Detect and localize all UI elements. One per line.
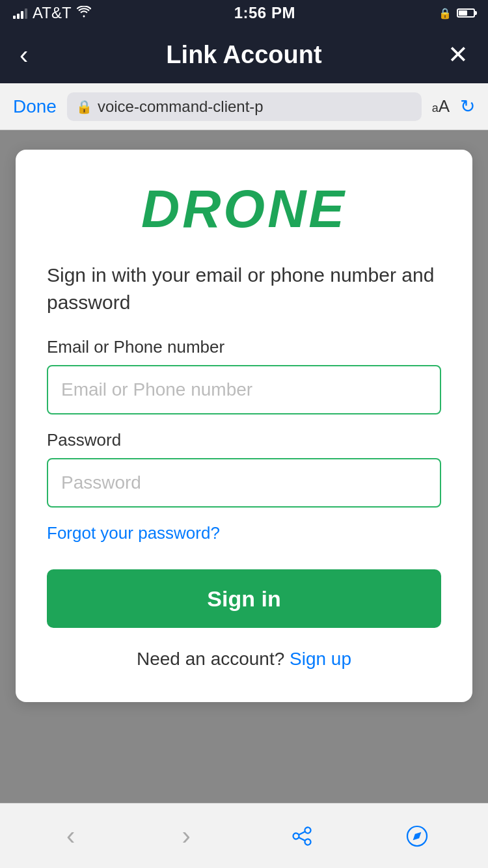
password-input[interactable]	[47, 458, 441, 508]
signal-bar-3	[21, 11, 23, 19]
status-left: AT&T	[13, 4, 91, 22]
signin-button[interactable]: Sign in	[47, 569, 441, 628]
svg-marker-1	[413, 832, 422, 840]
close-button[interactable]: ✕	[436, 40, 468, 69]
back-chevron-icon: ‹	[66, 821, 75, 850]
signal-bar-1	[13, 16, 16, 19]
refresh-button[interactable]: ↻	[460, 96, 475, 117]
login-card: DRONE Sign in with your email or phone n…	[16, 150, 472, 702]
signal-bar-4	[25, 8, 27, 19]
carrier-label: AT&T	[33, 4, 72, 22]
done-button[interactable]: Done	[13, 96, 57, 117]
url-bar[interactable]: 🔒 voice-command-client-p	[67, 92, 422, 121]
compass-button[interactable]	[391, 817, 443, 856]
large-a-label: A	[439, 96, 450, 116]
email-input[interactable]	[47, 365, 441, 414]
browser-lock-icon: 🔒	[76, 99, 92, 115]
signal-bar-2	[17, 14, 20, 19]
text-size-button[interactable]: aA	[432, 96, 450, 116]
status-right: 🔒	[439, 7, 475, 20]
status-time: 1:56 PM	[234, 4, 295, 22]
url-text: voice-command-client-p	[98, 98, 264, 116]
forward-chevron-icon: ›	[182, 821, 191, 850]
need-account-text: Need an account?	[137, 649, 284, 669]
forgot-password-link[interactable]: Forgot your password?	[47, 523, 441, 543]
email-label: Email or Phone number	[47, 337, 441, 357]
nav-title: Link Account	[166, 41, 321, 69]
logo-container: DRONE	[47, 182, 441, 236]
password-label: Password	[47, 430, 441, 450]
signin-description: Sign in with your email or phone number …	[47, 262, 441, 316]
drone-logo: DRONE	[47, 182, 441, 236]
small-a-label: a	[432, 102, 439, 115]
page-content: DRONE Sign in with your email or phone n…	[0, 130, 488, 803]
bottom-bar: ‹ ›	[0, 803, 488, 868]
nav-bar: ‹ Link Account ✕	[0, 26, 488, 83]
signal-bars	[13, 7, 27, 19]
lock-status-icon: 🔒	[439, 7, 452, 20]
browser-bar: Done 🔒 voice-command-client-p aA ↻	[0, 83, 488, 130]
battery-icon	[457, 8, 475, 18]
browser-forward-button[interactable]: ›	[160, 817, 212, 856]
wifi-icon	[77, 6, 91, 21]
signup-row: Need an account? Sign up	[47, 649, 441, 670]
browser-back-button[interactable]: ‹	[45, 817, 97, 856]
back-button[interactable]: ‹	[20, 42, 52, 68]
signup-link[interactable]: Sign up	[290, 649, 351, 669]
status-bar: AT&T 1:56 PM 🔒	[0, 0, 488, 26]
share-button[interactable]	[276, 817, 328, 856]
battery-fill	[459, 10, 467, 16]
